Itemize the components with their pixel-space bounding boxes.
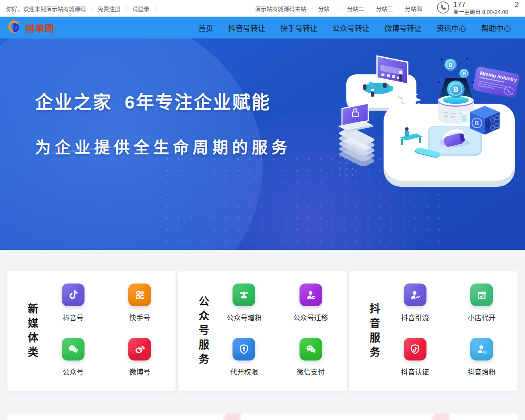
hero-banner: 企业之家 6年专注企业赋能 为企业提供全生命周期的服务 — [0, 38, 525, 250]
kuaishou-icon — [128, 284, 151, 306]
app-dy-fans[interactable]: 抖音增粉 — [468, 338, 496, 381]
migrate-person-icon — [299, 284, 322, 306]
wechat-pay-icon — [299, 338, 322, 360]
login-link[interactable]: 请登录 — [132, 4, 149, 13]
category-title: 新媒体类 — [20, 303, 40, 361]
app-label: 公众号增粉 — [226, 312, 261, 322]
app-label: 微信支付 — [297, 366, 325, 377]
nav-item-home[interactable]: 首页 — [198, 22, 213, 33]
nav-item-douyin-transfer[interactable]: 抖音号转让 — [228, 22, 265, 33]
main-nav: 拼单网 首页 抖音号转让 快手号转让 公众号转让 微博号转让 资讯中心 帮助中心 — [0, 17, 525, 38]
hero-subtitle: 为企业提供全生命周期的服务 — [35, 135, 525, 158]
person-trend-icon — [404, 284, 426, 306]
app-label: 快手号 — [129, 312, 150, 322]
shield-key-icon — [233, 338, 255, 360]
store-check-icon — [470, 284, 493, 306]
app-label: 代开权限 — [230, 366, 258, 377]
divider: | — [427, 5, 429, 11]
app-label: 小店代开 — [468, 312, 496, 322]
category-title: 公众号服务 — [190, 296, 211, 368]
app-dy-verify[interactable]: 抖音认证 — [401, 338, 429, 381]
logo-text: 拼单网 — [25, 21, 54, 34]
app-douyin[interactable]: 抖音号 — [62, 284, 85, 326]
welcome-text: 你好，欢迎来到演示站商城源码 — [6, 4, 86, 13]
substation-3-link[interactable]: 分站三 — [376, 4, 393, 13]
app-dy-traffic[interactable]: 抖音引流 — [401, 284, 429, 326]
nav-item-help-center[interactable]: 帮助中心 — [481, 22, 511, 33]
douyin-icon — [62, 284, 85, 306]
category-card-douyin-service: 抖音服务 抖音引流 小店代开 抖音认证 — [349, 271, 518, 391]
service-phone: 1772 周一至周日 8:00-24:00 — [437, 1, 519, 15]
app-dy-store[interactable]: 小店代开 — [468, 284, 496, 326]
app-label: 公众号 — [63, 366, 84, 377]
substation-4-link[interactable]: 分站四 — [405, 4, 422, 13]
divider: | — [370, 5, 371, 11]
category-card-official-account: 公众号服务 公众号增粉 公众号迁移 代开权限 — [178, 271, 346, 391]
app-label: 抖音号 — [63, 312, 84, 322]
fans-group-icon — [233, 284, 255, 306]
app-weibo[interactable]: 微博号 — [128, 338, 151, 381]
nav-item-weibo-transfer[interactable]: 微博号转让 — [384, 22, 422, 33]
app-oa-migrate[interactable]: 公众号迁移 — [293, 284, 328, 326]
category-title: 抖音服务 — [362, 303, 382, 361]
logo-icon — [7, 19, 22, 36]
divider: | — [340, 5, 342, 11]
app-label: 微博号 — [129, 366, 150, 377]
weibo-icon — [128, 338, 151, 360]
phone-icon — [437, 1, 450, 14]
divider: | — [91, 5, 92, 11]
divider: | — [126, 5, 127, 11]
wechat-icon — [62, 338, 85, 360]
app-oa-permission[interactable]: 代开权限 — [230, 338, 258, 381]
category-card-new-media: 新媒体类 抖音号 快手号 公众号 — [7, 271, 176, 391]
divider: | — [398, 5, 400, 11]
phone-number: 1772 — [453, 1, 519, 9]
nav-item-kuaishou-transfer[interactable]: 快手号转让 — [280, 22, 317, 33]
app-oa-fans[interactable]: 公众号增粉 — [226, 284, 261, 326]
divider: | — [311, 5, 313, 11]
nav-item-news-center[interactable]: 资讯中心 — [437, 22, 466, 33]
nav-item-wechat-transfer[interactable]: 公众号转让 — [332, 22, 370, 33]
shield-note-icon — [404, 338, 426, 360]
divider: | — [155, 5, 156, 11]
main-site-link[interactable]: 演示站商城源码主站 — [255, 4, 306, 13]
substation-1-link[interactable]: 分站一 — [318, 4, 335, 13]
top-utility-bar: 你好，欢迎来到演示站商城源码 | 免费注册 | 请登录 | 演示站商城源码主站 … — [0, 0, 525, 17]
nav-menu: 首页 抖音号转让 快手号转让 公众号转让 微博号转让 资讯中心 帮助中心 — [198, 22, 518, 33]
site-logo[interactable]: 拼单网 — [7, 19, 54, 36]
app-label: 抖音引流 — [401, 312, 429, 322]
next-section-panel — [7, 413, 518, 420]
register-link[interactable]: 免费注册 — [98, 4, 120, 13]
app-label: 公众号迁移 — [293, 312, 328, 322]
pink-ribbon-decoration — [212, 413, 243, 420]
hero-title: 企业之家 6年专注企业赋能 — [35, 88, 525, 114]
hero-copy: 企业之家 6年专注企业赋能 为企业提供全生命周期的服务 — [0, 38, 525, 158]
person-heart-icon — [470, 338, 493, 360]
category-cards: 新媒体类 抖音号 快手号 公众号 — [0, 271, 525, 391]
app-kuaishou[interactable]: 快手号 — [128, 284, 151, 326]
app-label: 抖音增粉 — [468, 366, 496, 377]
pink-ribbon-decoration — [420, 413, 452, 420]
service-hours: 周一至周日 8:00-24:00 — [453, 10, 519, 16]
app-label: 抖音认证 — [401, 366, 429, 377]
app-wechat[interactable]: 公众号 — [62, 338, 85, 381]
app-wechat-pay[interactable]: 微信支付 — [297, 338, 325, 381]
substation-2-link[interactable]: 分站二 — [347, 4, 364, 13]
